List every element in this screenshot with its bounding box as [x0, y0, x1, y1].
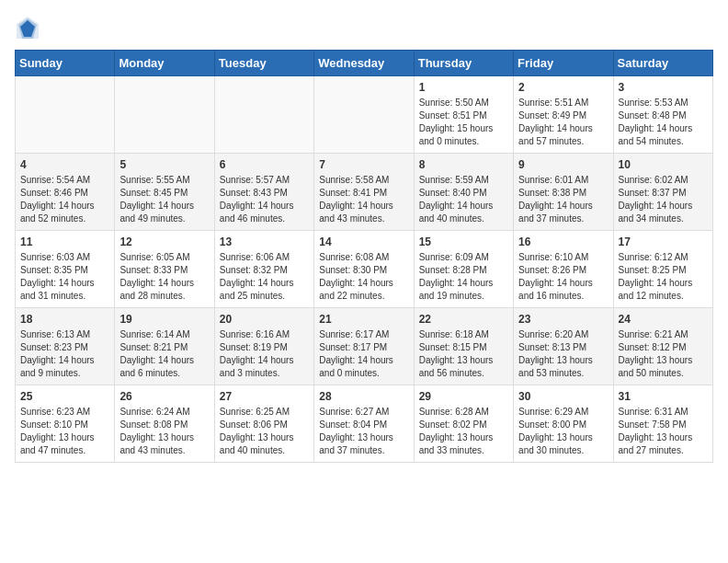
day-info: Sunrise: 6:27 AM Sunset: 8:04 PM Dayligh…: [319, 406, 408, 457]
day-info: Sunrise: 6:23 AM Sunset: 8:10 PM Dayligh…: [20, 406, 109, 457]
day-number: 18: [20, 313, 109, 326]
weekday-header: Friday: [514, 51, 613, 76]
calendar-cell: 9Sunrise: 6:01 AM Sunset: 8:38 PM Daylig…: [514, 154, 613, 231]
calendar-cell: 25Sunrise: 6:23 AM Sunset: 8:10 PM Dayli…: [16, 385, 115, 463]
calendar-cell: 18Sunrise: 6:13 AM Sunset: 8:23 PM Dayli…: [16, 308, 115, 385]
day-info: Sunrise: 6:29 AM Sunset: 8:00 PM Dayligh…: [518, 406, 608, 457]
day-number: 9: [518, 158, 608, 171]
day-number: 28: [319, 390, 408, 403]
weekday-header: Thursday: [414, 51, 513, 76]
day-info: Sunrise: 6:20 AM Sunset: 8:13 PM Dayligh…: [518, 328, 608, 380]
day-number: 13: [220, 236, 309, 248]
calendar-week-row: 11Sunrise: 6:03 AM Sunset: 8:35 PM Dayli…: [16, 231, 713, 308]
day-number: 10: [619, 158, 708, 171]
calendar-cell: 29Sunrise: 6:28 AM Sunset: 8:02 PM Dayli…: [414, 385, 513, 463]
weekday-header: Tuesday: [214, 51, 313, 76]
calendar-cell: 22Sunrise: 6:18 AM Sunset: 8:15 PM Dayli…: [414, 308, 513, 385]
calendar-cell: [214, 76, 313, 154]
day-number: 7: [319, 158, 408, 171]
calendar-cell: 27Sunrise: 6:25 AM Sunset: 8:06 PM Dayli…: [214, 385, 313, 463]
day-info: Sunrise: 6:01 AM Sunset: 8:38 PM Dayligh…: [518, 174, 608, 225]
day-info: Sunrise: 6:12 AM Sunset: 8:25 PM Dayligh…: [619, 251, 708, 303]
calendar-week-row: 4Sunrise: 5:54 AM Sunset: 8:46 PM Daylig…: [16, 154, 713, 231]
day-number: 14: [319, 236, 408, 248]
calendar-cell: 13Sunrise: 6:06 AM Sunset: 8:32 PM Dayli…: [214, 231, 313, 308]
calendar-week-row: 1Sunrise: 5:50 AM Sunset: 8:51 PM Daylig…: [16, 76, 713, 154]
day-number: 30: [518, 390, 608, 403]
day-number: 31: [619, 390, 708, 403]
day-number: 5: [119, 158, 209, 171]
calendar-cell: 3Sunrise: 5:53 AM Sunset: 8:48 PM Daylig…: [613, 76, 712, 154]
day-number: 25: [20, 390, 109, 403]
calendar-cell: 26Sunrise: 6:24 AM Sunset: 8:08 PM Dayli…: [115, 385, 214, 463]
calendar-cell: 28Sunrise: 6:27 AM Sunset: 8:04 PM Dayli…: [314, 385, 414, 463]
day-info: Sunrise: 5:50 AM Sunset: 8:51 PM Dayligh…: [419, 97, 508, 148]
day-info: Sunrise: 5:51 AM Sunset: 8:49 PM Dayligh…: [518, 97, 608, 148]
day-number: 23: [518, 313, 608, 326]
day-number: 29: [419, 390, 508, 403]
day-number: 21: [319, 313, 408, 326]
day-info: Sunrise: 5:53 AM Sunset: 8:48 PM Dayligh…: [619, 97, 708, 148]
calendar-cell: 21Sunrise: 6:17 AM Sunset: 8:17 PM Dayli…: [314, 308, 414, 385]
calendar-header-row: SundayMondayTuesdayWednesdayThursdayFrid…: [16, 51, 713, 76]
day-number: 1: [419, 81, 508, 94]
day-info: Sunrise: 5:55 AM Sunset: 8:45 PM Dayligh…: [119, 174, 209, 225]
day-number: 26: [119, 390, 209, 403]
calendar-cell: [115, 76, 214, 154]
calendar-cell: 5Sunrise: 5:55 AM Sunset: 8:45 PM Daylig…: [115, 154, 214, 231]
day-info: Sunrise: 6:17 AM Sunset: 8:17 PM Dayligh…: [319, 328, 408, 380]
calendar-cell: 24Sunrise: 6:21 AM Sunset: 8:12 PM Dayli…: [613, 308, 712, 385]
day-info: Sunrise: 5:54 AM Sunset: 8:46 PM Dayligh…: [20, 174, 109, 225]
day-info: Sunrise: 6:09 AM Sunset: 8:28 PM Dayligh…: [419, 251, 508, 303]
day-info: Sunrise: 6:31 AM Sunset: 7:58 PM Dayligh…: [619, 406, 708, 457]
day-info: Sunrise: 5:57 AM Sunset: 8:43 PM Dayligh…: [220, 174, 309, 225]
calendar-cell: 11Sunrise: 6:03 AM Sunset: 8:35 PM Dayli…: [16, 231, 115, 308]
logo: [15, 15, 44, 40]
day-number: 12: [119, 236, 209, 248]
day-info: Sunrise: 6:02 AM Sunset: 8:37 PM Dayligh…: [619, 174, 708, 225]
calendar-cell: [16, 76, 115, 154]
calendar-cell: 10Sunrise: 6:02 AM Sunset: 8:37 PM Dayli…: [613, 154, 712, 231]
day-number: 8: [419, 158, 508, 171]
calendar-cell: 17Sunrise: 6:12 AM Sunset: 8:25 PM Dayli…: [613, 231, 712, 308]
day-info: Sunrise: 6:28 AM Sunset: 8:02 PM Dayligh…: [419, 406, 508, 457]
calendar-cell: 12Sunrise: 6:05 AM Sunset: 8:33 PM Dayli…: [115, 231, 214, 308]
day-info: Sunrise: 6:05 AM Sunset: 8:33 PM Dayligh…: [119, 251, 209, 303]
weekday-header: Monday: [115, 51, 214, 76]
calendar-cell: 19Sunrise: 6:14 AM Sunset: 8:21 PM Dayli…: [115, 308, 214, 385]
day-number: 20: [220, 313, 309, 326]
weekday-header: Sunday: [16, 51, 115, 76]
day-info: Sunrise: 6:06 AM Sunset: 8:32 PM Dayligh…: [220, 251, 309, 303]
calendar-cell: 6Sunrise: 5:57 AM Sunset: 8:43 PM Daylig…: [214, 154, 313, 231]
calendar-cell: 7Sunrise: 5:58 AM Sunset: 8:41 PM Daylig…: [314, 154, 414, 231]
weekday-header: Wednesday: [314, 51, 414, 76]
calendar-cell: 31Sunrise: 6:31 AM Sunset: 7:58 PM Dayli…: [613, 385, 712, 463]
day-number: 24: [619, 313, 708, 326]
day-number: 16: [518, 236, 608, 248]
calendar-cell: 30Sunrise: 6:29 AM Sunset: 8:00 PM Dayli…: [514, 385, 613, 463]
day-info: Sunrise: 6:13 AM Sunset: 8:23 PM Dayligh…: [20, 328, 109, 380]
calendar-cell: 14Sunrise: 6:08 AM Sunset: 8:30 PM Dayli…: [314, 231, 414, 308]
day-number: 2: [518, 81, 608, 94]
day-info: Sunrise: 6:18 AM Sunset: 8:15 PM Dayligh…: [419, 328, 508, 380]
calendar-week-row: 18Sunrise: 6:13 AM Sunset: 8:23 PM Dayli…: [16, 308, 713, 385]
day-info: Sunrise: 6:08 AM Sunset: 8:30 PM Dayligh…: [319, 251, 408, 303]
logo-icon: [15, 15, 40, 40]
day-info: Sunrise: 6:10 AM Sunset: 8:26 PM Dayligh…: [518, 251, 608, 303]
page-header: [15, 15, 713, 40]
calendar-cell: 16Sunrise: 6:10 AM Sunset: 8:26 PM Dayli…: [514, 231, 613, 308]
day-number: 27: [220, 390, 309, 403]
day-number: 15: [419, 236, 508, 248]
day-number: 3: [619, 81, 708, 94]
day-number: 11: [20, 236, 109, 248]
day-info: Sunrise: 6:24 AM Sunset: 8:08 PM Dayligh…: [119, 406, 209, 457]
day-info: Sunrise: 5:59 AM Sunset: 8:40 PM Dayligh…: [419, 174, 508, 225]
day-info: Sunrise: 6:03 AM Sunset: 8:35 PM Dayligh…: [20, 251, 109, 303]
day-number: 17: [619, 236, 708, 248]
calendar-cell: 20Sunrise: 6:16 AM Sunset: 8:19 PM Dayli…: [214, 308, 313, 385]
day-number: 6: [220, 158, 309, 171]
day-info: Sunrise: 6:16 AM Sunset: 8:19 PM Dayligh…: [220, 328, 309, 380]
calendar-cell: 1Sunrise: 5:50 AM Sunset: 8:51 PM Daylig…: [414, 76, 513, 154]
calendar-cell: 15Sunrise: 6:09 AM Sunset: 8:28 PM Dayli…: [414, 231, 513, 308]
calendar-week-row: 25Sunrise: 6:23 AM Sunset: 8:10 PM Dayli…: [16, 385, 713, 463]
